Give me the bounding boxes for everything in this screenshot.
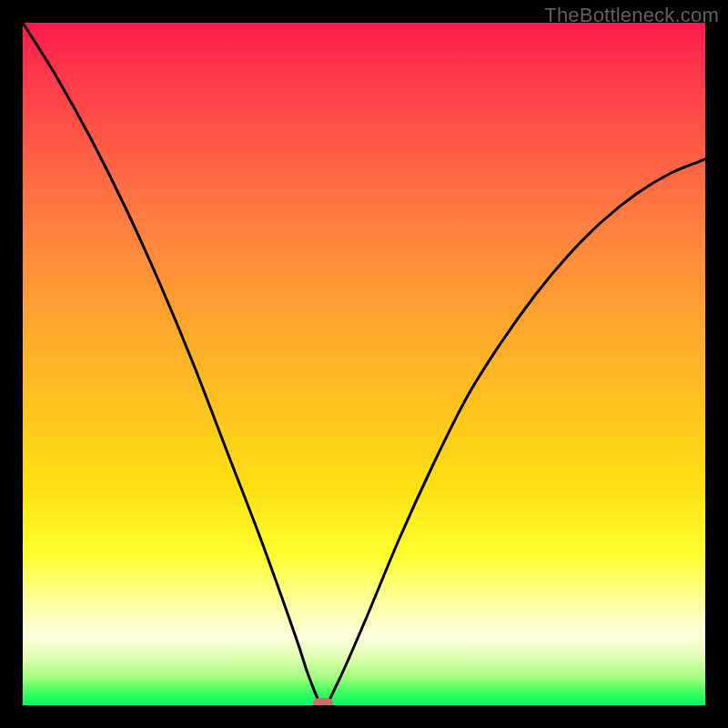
watermark-text: TheBottleneck.com [544,4,719,27]
bottleneck-curve [23,23,705,705]
chart-frame: TheBottleneck.com [0,0,728,728]
plot-area [23,23,705,705]
minimum-marker [313,698,333,705]
curve-svg [23,23,705,705]
